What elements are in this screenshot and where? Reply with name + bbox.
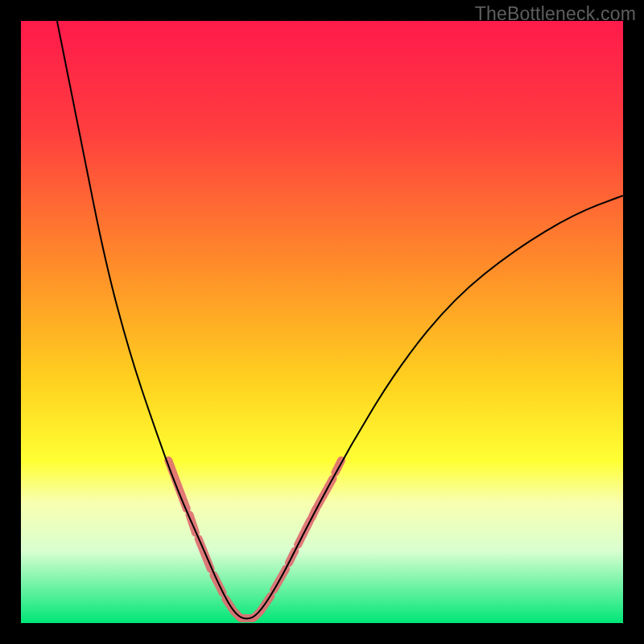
chart-svg xyxy=(21,21,623,623)
chart-plot-area xyxy=(21,21,623,623)
watermark-text: TheBottleneck.com xyxy=(475,3,636,25)
chart-background-gradient xyxy=(21,21,623,623)
